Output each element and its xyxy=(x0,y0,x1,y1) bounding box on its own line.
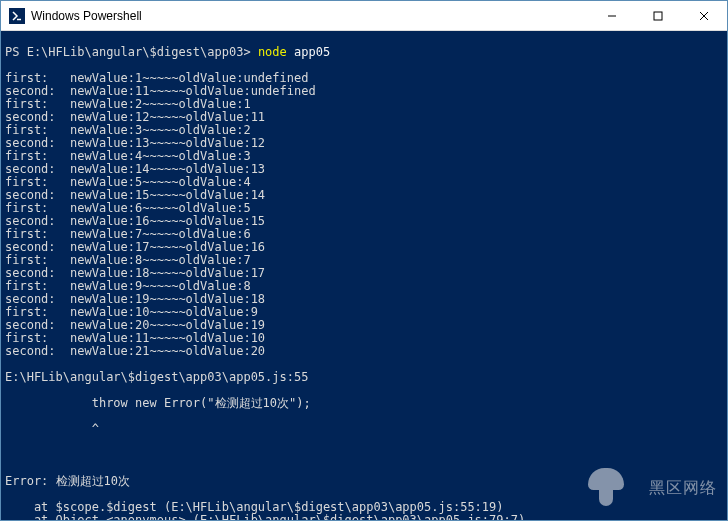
blank-line xyxy=(5,449,723,462)
command-arg: app05 xyxy=(287,45,330,59)
mushroom-icon xyxy=(584,466,628,510)
error-caret: ^ xyxy=(5,423,723,436)
window-titlebar: Windows Powershell xyxy=(1,1,727,31)
minimize-button[interactable] xyxy=(589,1,635,30)
stack-line: at Object.<anonymous> (E:\HFLib\angular\… xyxy=(5,514,723,520)
watermark: 黑区网络 xyxy=(584,466,717,510)
output-line: second: newValue:21~~~~~oldValue:20 xyxy=(5,345,723,358)
close-button[interactable] xyxy=(681,1,727,30)
window-controls xyxy=(589,1,727,30)
powershell-icon xyxy=(9,8,25,24)
prompt-line: PS E:\HFLib\angular\$digest\app03> node … xyxy=(5,46,723,59)
error-throw-line: throw new Error("检测超过10次"); xyxy=(5,397,723,410)
window-title: Windows Powershell xyxy=(31,9,589,23)
command-name: node xyxy=(258,45,287,59)
prompt-path: PS E:\HFLib\angular\$digest\app03> xyxy=(5,45,258,59)
svg-rect-1 xyxy=(654,12,662,20)
error-location: E:\HFLib\angular\$digest\app03\app05.js:… xyxy=(5,371,723,384)
terminal-output[interactable]: PS E:\HFLib\angular\$digest\app03> node … xyxy=(1,31,727,520)
maximize-button[interactable] xyxy=(635,1,681,30)
watermark-text: 黑区网络 xyxy=(649,479,717,496)
output-lines: first: newValue:1~~~~~oldValue:undefined… xyxy=(5,72,723,358)
